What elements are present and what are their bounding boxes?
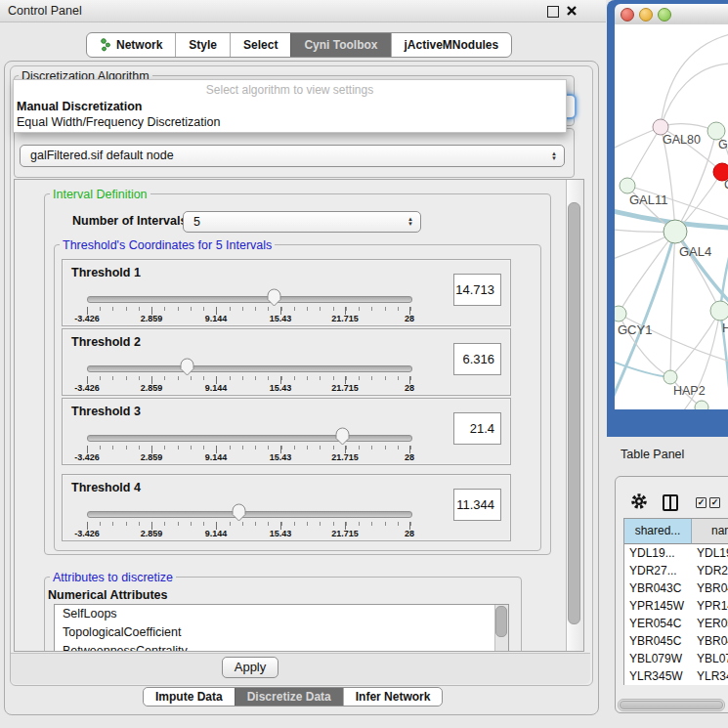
- attributes-list[interactable]: SelfLoopsTopologicalCoefficientBetweenne…: [54, 604, 509, 652]
- slider-knob[interactable]: [180, 358, 194, 376]
- column-header-name[interactable]: name: [692, 519, 728, 544]
- table-data-combobox[interactable]: galFiltered.sif default node ▲▼: [20, 145, 565, 167]
- float-window-icon[interactable]: [547, 6, 559, 18]
- network-node-label: H: [722, 321, 728, 335]
- tab-label: Style: [189, 33, 217, 57]
- table-row[interactable]: YDR27...YDR27...: [624, 562, 728, 579]
- numerical-attributes-label: Numerical Attributes: [48, 588, 167, 602]
- num-intervals-label: Number of Intervals: [72, 214, 187, 228]
- tab-discretize-data[interactable]: Discretize Data: [235, 688, 343, 706]
- network-edge[interactable]: [619, 232, 675, 314]
- slider-track[interactable]: [87, 511, 412, 518]
- network-node[interactable]: [695, 401, 708, 409]
- checkbox-icon[interactable]: ✓: [696, 497, 707, 508]
- threshold-label: Threshold 3: [71, 405, 141, 418]
- tab-label: Discretize Data: [247, 688, 331, 706]
- algorithm-dropdown-popup: Select algorithm to view settings Manual…: [13, 79, 567, 133]
- network-node-label: GAL80: [663, 133, 701, 147]
- table-panel-title: Table Panel: [621, 448, 684, 461]
- slider-knob[interactable]: [267, 288, 281, 307]
- attribute-item-topologicalcoefficient[interactable]: TopologicalCoefficient: [55, 623, 508, 642]
- network-icon: [100, 38, 111, 52]
- tab-label: jActiveMNodules: [405, 33, 499, 57]
- network-node-label: GAL11: [629, 193, 668, 207]
- threshold-value-input[interactable]: 14.713: [453, 274, 501, 306]
- threshold-label: Threshold 1: [71, 266, 141, 279]
- table-row[interactable]: YBR045CYBR045C: [624, 632, 728, 650]
- minimize-traffic-light-icon[interactable]: [639, 8, 653, 21]
- split-columns-icon[interactable]: [663, 494, 678, 511]
- tab-jactivemnodules[interactable]: jActiveMNodules: [391, 33, 512, 57]
- scrollbar-thumb[interactable]: [568, 202, 580, 624]
- attributes-list-scrollbar[interactable]: [494, 605, 508, 652]
- slider-ticks: [87, 446, 411, 450]
- slider-track[interactable]: [87, 296, 412, 303]
- network-edge[interactable]: [675, 232, 728, 302]
- tab-select[interactable]: Select: [230, 33, 290, 57]
- slider-track[interactable]: [87, 365, 412, 372]
- cell-name: YBR043C: [697, 579, 728, 597]
- settings-vertical-scrollbar[interactable]: [566, 180, 583, 651]
- tab-cyni-toolbox[interactable]: Cyni Toolbox: [290, 33, 390, 57]
- network-edge[interactable]: [661, 64, 728, 127]
- close-icon[interactable]: [566, 5, 578, 17]
- gear-icon[interactable]: [630, 492, 648, 513]
- tab-label: Select: [243, 33, 278, 57]
- close-traffic-light-icon[interactable]: [621, 8, 634, 21]
- tab-label: Network: [116, 33, 162, 57]
- table-row[interactable]: YLR345WYLR345W: [624, 667, 728, 685]
- attribute-item-selfloops[interactable]: SelfLoops: [55, 605, 508, 623]
- slider-knob[interactable]: [232, 503, 246, 522]
- tab-network[interactable]: Network: [87, 33, 175, 57]
- dropdown-item-equal-width-frequency-discretization[interactable]: Equal Width/Frequency Discretization: [14, 114, 566, 130]
- cell-name: YLR345W: [697, 667, 728, 685]
- table-row[interactable]: YBL079WYBL079W: [624, 650, 728, 667]
- slider-track[interactable]: [87, 435, 412, 442]
- network-edge[interactable]: [670, 232, 675, 377]
- zoom-traffic-light-icon[interactable]: [658, 8, 671, 21]
- cell-name: YBL079W: [697, 650, 728, 667]
- threshold-label: Threshold 2: [71, 335, 141, 349]
- settings-scrollpane: Interval Definition Number of Intervals …: [14, 179, 584, 652]
- network-edge[interactable]: [627, 127, 661, 186]
- threshold-value-input[interactable]: 21.4: [453, 412, 501, 445]
- network-edge[interactable]: [661, 34, 728, 127]
- num-intervals-value: 5: [193, 215, 200, 229]
- tab-impute-data[interactable]: Impute Data: [144, 688, 235, 706]
- network-node-label: C: [724, 178, 728, 192]
- network-node-h[interactable]: [710, 301, 728, 321]
- table-horizontal-scrollbar[interactable]: [618, 699, 725, 711]
- table-row[interactable]: YBR043CYBR043C: [624, 579, 728, 597]
- threshold-value-input[interactable]: 6.316: [453, 343, 501, 375]
- column-header-shared-name[interactable]: shared...: [624, 519, 692, 544]
- attributes-group-title: Attributes to discretize: [50, 571, 176, 584]
- num-intervals-spinner[interactable]: 5 ▲▼: [183, 211, 421, 233]
- tab-label: Impute Data: [155, 688, 223, 706]
- table-row[interactable]: YPR145WYPR145W: [624, 597, 728, 615]
- network-canvas[interactable]: GAL80GACGAL11GAL4GCY1HHAP2: [615, 24, 728, 409]
- slider-ticks: [87, 307, 411, 311]
- cell-shared-name: YPR145W: [629, 597, 690, 615]
- table-row[interactable]: YER054CYER054C: [624, 615, 728, 632]
- dropdown-item-manual-discretization[interactable]: Manual Discretization: [14, 99, 566, 114]
- cell-shared-name: YDL19...: [629, 544, 690, 562]
- network-node-gal11[interactable]: [620, 178, 635, 193]
- cell-name: YDL19...: [697, 544, 728, 562]
- network-node-gal4[interactable]: [664, 220, 687, 243]
- tab-infer-network[interactable]: Infer Network: [343, 688, 443, 706]
- attribute-item-betweennesscentrality[interactable]: BetweennessCentrality: [55, 642, 508, 652]
- cell-shared-name: YLR345W: [629, 667, 690, 685]
- threshold-panel-4: Threshold 4-3.4262.8599.14415.4321.71528…: [62, 474, 511, 541]
- apply-button[interactable]: Apply: [222, 657, 278, 678]
- checkbox-icon[interactable]: ✓: [709, 497, 720, 508]
- network-node-hap2[interactable]: [664, 370, 677, 384]
- slider-knob[interactable]: [335, 427, 350, 446]
- table-data-value: galFiltered.sif default node: [30, 149, 174, 162]
- network-node-gcy1[interactable]: [615, 306, 626, 321]
- threshold-panel-1: Threshold 1-3.4262.8599.14415.4321.71528…: [62, 259, 511, 326]
- table-row[interactable]: YDL19...YDL19...: [624, 544, 728, 562]
- apply-strip: [11, 653, 590, 684]
- network-edge[interactable]: [619, 314, 728, 362]
- threshold-value-input[interactable]: 11.344: [453, 489, 501, 521]
- tab-style[interactable]: Style: [175, 33, 230, 57]
